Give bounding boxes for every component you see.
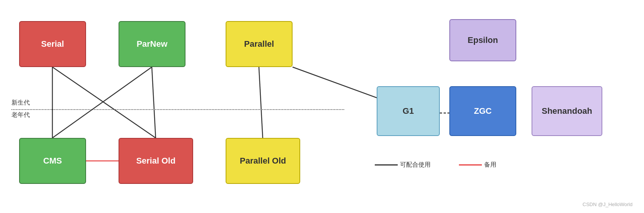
- shenandoah-label: Shenandoah: [542, 106, 592, 116]
- parallel-old-label: Parallel Old: [240, 156, 286, 166]
- young-gen-label: 新生代: [11, 99, 30, 107]
- svg-line-1: [52, 67, 156, 138]
- zgc-label: ZGC: [474, 106, 491, 116]
- svg-line-2: [52, 67, 152, 138]
- legend-compatible: 可配合使用: [375, 161, 431, 169]
- parallel-box: Parallel: [226, 21, 293, 67]
- parnew-box: ParNew: [119, 21, 185, 67]
- legend-fallback: 备用: [459, 161, 496, 169]
- serial-old-label: Serial Old: [136, 156, 176, 166]
- svg-line-4: [259, 67, 263, 138]
- legend-black-line: [375, 164, 398, 165]
- diagram-container: 新生代 老年代 Serial ParNew Parallel CMS Seria…: [0, 0, 644, 213]
- epsilon-label: Epsilon: [468, 35, 498, 45]
- parnew-label: ParNew: [137, 39, 168, 49]
- serial-old-box: Serial Old: [119, 138, 193, 184]
- g1-box: G1: [377, 86, 440, 136]
- generation-divider: [11, 109, 344, 110]
- cms-label: CMS: [43, 156, 62, 166]
- legend-red-line: [459, 164, 482, 165]
- legend-fallback-label: 备用: [484, 161, 496, 169]
- shenandoah-box: Shenandoah: [532, 86, 602, 136]
- serial-label: Serial: [41, 39, 64, 49]
- csdn-watermark: CSDN @J_HelloWorld: [582, 202, 633, 207]
- parallel-label: Parallel: [244, 39, 274, 49]
- g1-label: G1: [403, 106, 414, 116]
- svg-line-3: [152, 67, 156, 138]
- parallel-old-box: Parallel Old: [226, 138, 300, 184]
- cms-box: CMS: [19, 138, 86, 184]
- legend-compatible-label: 可配合使用: [400, 161, 431, 169]
- old-gen-label: 老年代: [11, 111, 30, 119]
- epsilon-box: Epsilon: [449, 19, 516, 61]
- zgc-box: ZGC: [449, 86, 516, 136]
- serial-box: Serial: [19, 21, 86, 67]
